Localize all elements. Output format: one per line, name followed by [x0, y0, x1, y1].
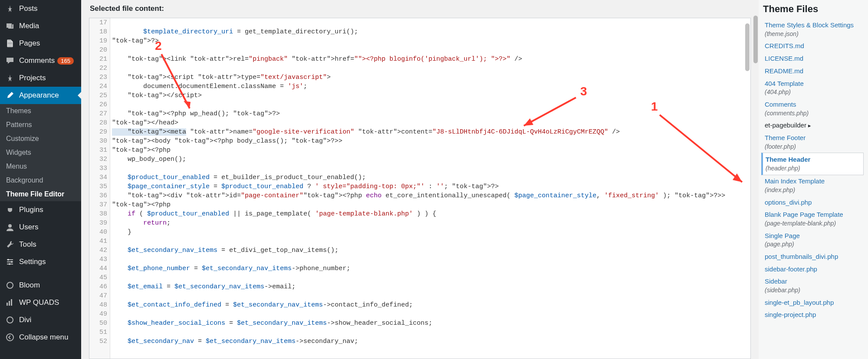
theme-file-link[interactable]: CREDITS.md — [765, 42, 862, 50]
sidebar-subitem-tfe[interactable]: Theme File Editor — [0, 187, 81, 201]
page-scrollbar-track[interactable] — [753, 0, 759, 359]
sidebar-subitem-themes[interactable]: Themes — [0, 104, 81, 118]
theme-file-item[interactable]: LICENSE.md — [763, 52, 864, 65]
code-line[interactable]: "tok-tag"><body "tok-tag"><?php body_cla… — [112, 137, 750, 146]
code-line[interactable]: "tok-tag">?> — [112, 36, 750, 46]
sidebar-item-label: Users — [19, 223, 38, 232]
code-line[interactable]: $et_secondary_nav = $et_secondary_nav_it… — [112, 337, 750, 346]
theme-file-link[interactable]: single-et_pb_layout.php — [765, 299, 862, 307]
sidebar-item-tools[interactable]: Tools — [0, 236, 81, 253]
theme-file-item[interactable]: Main Index Template(index.php) — [763, 175, 864, 196]
sidebar-subitem-background[interactable]: Background — [0, 173, 81, 187]
theme-file-item[interactable]: Blank Page Page Template(page-template-b… — [763, 209, 864, 229]
code-line[interactable]: $et_phone_number = $et_secondary_nav_ite… — [112, 264, 750, 273]
code-line[interactable]: "tok-tag"><?php — [112, 200, 750, 209]
code-line[interactable] — [112, 18, 750, 27]
page-scrollbar-thumb[interactable] — [753, 16, 758, 63]
code-line[interactable]: "tok-tag"></script> — [112, 91, 750, 100]
theme-file-item[interactable]: et-pagebuilder — [763, 119, 864, 132]
code-line[interactable] — [112, 64, 750, 73]
code-line[interactable]: $et_contact_info_defined = $et_secondary… — [112, 300, 750, 310]
sidebar-item-label: Posts — [19, 4, 38, 13]
theme-file-link[interactable]: Theme Footer — [765, 134, 862, 142]
code-line[interactable] — [112, 310, 750, 319]
theme-file-item[interactable]: options_divi.php — [763, 196, 864, 209]
sidebar-item-divi[interactable]: Divi — [0, 311, 81, 329]
sidebar-item-label: Settings — [19, 258, 46, 266]
theme-file-link[interactable]: Main Index Template — [765, 177, 862, 186]
theme-file-link[interactable]: options_divi.php — [765, 199, 862, 207]
theme-file-item[interactable]: 404 Template(404.php) — [763, 78, 864, 98]
code-line[interactable]: "tok-tag"><link "tok-attr">rel="pingback… — [112, 55, 750, 64]
code-line[interactable]: "tok-tag"><meta "tok-attr">name="google-… — [112, 127, 750, 137]
sidebar-item-comments[interactable]: Comments165 — [0, 52, 81, 69]
sidebar-item-bloom[interactable]: Bloom — [0, 277, 81, 294]
code-line[interactable] — [112, 273, 750, 282]
code-line[interactable]: "tok-tag"><script "tok-attr">type="text/… — [112, 73, 750, 82]
sidebar-subitem-widgets[interactable]: Widgets — [0, 146, 81, 160]
theme-file-link[interactable]: single-project.php — [765, 311, 862, 319]
sidebar-item-appearance[interactable]: Appearance — [0, 87, 81, 104]
theme-file-link[interactable]: Comments — [765, 101, 862, 109]
theme-file-item[interactable]: Theme Footer(footer.php) — [763, 132, 864, 153]
code-line[interactable] — [112, 237, 750, 246]
code-line[interactable]: return; — [112, 219, 750, 228]
sidebar-item-collapse[interactable]: Collapse menu — [0, 329, 81, 346]
code-line[interactable]: $et_secondary_nav_items = et_divi_get_to… — [112, 246, 750, 255]
theme-file-item[interactable]: Theme Header(header.php) — [761, 153, 864, 175]
sidebar-item-users[interactable]: Users — [0, 219, 81, 236]
theme-file-link[interactable]: Theme Styles & Block Settings — [765, 21, 862, 29]
theme-file-link[interactable]: post_thumbnails_divi.php — [765, 253, 862, 261]
theme-file-link[interactable]: README.md — [765, 67, 862, 75]
code-area[interactable]: $template_directory_uri = get_template_d… — [110, 18, 750, 359]
sidebar-item-plugins[interactable]: Plugins — [0, 201, 81, 219]
code-line[interactable] — [112, 100, 750, 109]
theme-file-item[interactable]: README.md — [763, 65, 864, 78]
code-line[interactable]: $page_container_style = $product_tour_en… — [112, 182, 750, 191]
code-line[interactable]: document.documentElement.className = 'js… — [112, 82, 750, 91]
theme-file-item[interactable]: single-project.php — [763, 309, 864, 321]
theme-file-item[interactable]: Theme Styles & Block Settings(theme.json… — [763, 19, 864, 40]
theme-file-link[interactable]: 404 Template — [765, 80, 862, 88]
sidebar-subitem-customize[interactable]: Customize — [0, 132, 81, 146]
code-line[interactable] — [112, 46, 750, 55]
theme-file-link[interactable]: Theme Header — [766, 156, 861, 164]
code-line[interactable]: "tok-tag"></head> — [112, 118, 750, 127]
code-line[interactable]: "tok-tag"><div "tok-attr">id="page-conta… — [112, 191, 750, 200]
theme-file-link[interactable]: Sidebar — [765, 277, 862, 286]
theme-file-link[interactable]: Single Page — [765, 232, 862, 240]
code-line[interactable]: "tok-tag"><?php wp_head(); "tok-tag">?> — [112, 109, 750, 118]
sidebar-subitem-patterns[interactable]: Patterns — [0, 118, 81, 132]
code-line[interactable] — [112, 328, 750, 337]
code-line[interactable] — [112, 291, 750, 300]
theme-file-link[interactable]: LICENSE.md — [765, 55, 862, 63]
code-line[interactable]: $et_email = $et_secondary_nav_items->ema… — [112, 282, 750, 291]
sidebar-item-settings[interactable]: Settings — [0, 253, 81, 271]
code-line[interactable]: "tok-tag"><?php — [112, 146, 750, 155]
theme-file-item[interactable]: post_thumbnails_divi.php — [763, 251, 864, 263]
code-line[interactable]: } — [112, 228, 750, 237]
sidebar-item-pages[interactable]: Pages — [0, 35, 81, 52]
theme-file-item[interactable]: Comments(comments.php) — [763, 98, 864, 119]
theme-file-item[interactable]: CREDITS.md — [763, 40, 864, 52]
theme-file-item[interactable]: Single Page(page.php) — [763, 230, 864, 251]
code-editor[interactable]: 1718192021222324252627282930313233343536… — [89, 18, 751, 359]
code-line[interactable]: if ( $product_tour_enabled || is_page_te… — [112, 209, 750, 219]
code-line[interactable] — [112, 255, 750, 264]
sidebar-item-media[interactable]: Media — [0, 17, 81, 35]
sidebar-subitem-menus[interactable]: Menus — [0, 160, 81, 173]
theme-file-item[interactable]: sidebar-footer.php — [763, 263, 864, 276]
code-line[interactable]: wp_body_open(); — [112, 155, 750, 164]
theme-file-link[interactable]: Blank Page Page Template — [765, 211, 862, 219]
theme-file-item[interactable]: single-et_pb_layout.php — [763, 297, 864, 309]
code-line[interactable]: $template_directory_uri = get_template_d… — [112, 27, 750, 36]
theme-file-link[interactable]: sidebar-footer.php — [765, 265, 862, 274]
code-line[interactable]: $product_tour_enabled = et_builder_is_pr… — [112, 173, 750, 182]
editor-scrollbar[interactable] — [745, 23, 750, 71]
code-line[interactable]: $show_header_social_icons = $et_secondar… — [112, 319, 750, 328]
theme-file-item[interactable]: Sidebar(sidebar.php) — [763, 275, 864, 296]
sidebar-item-wpquads[interactable]: WP QUADS — [0, 294, 81, 311]
sidebar-item-posts[interactable]: Posts — [0, 0, 81, 17]
sidebar-item-projects[interactable]: Projects — [0, 69, 81, 87]
code-line[interactable] — [112, 164, 750, 173]
